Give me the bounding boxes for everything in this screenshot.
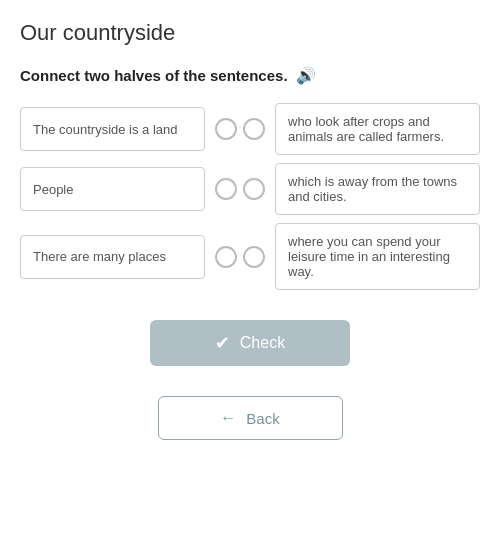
buttons-area: ✔ Check ← Back (20, 320, 480, 440)
match-row-1: The countryside is a land who look after… (20, 103, 480, 155)
check-button[interactable]: ✔ Check (150, 320, 350, 366)
back-button[interactable]: ← Back (158, 396, 343, 440)
left-item-3: There are many places (20, 235, 205, 279)
left-item-2: People (20, 167, 205, 211)
right-radio-1[interactable] (243, 118, 265, 140)
back-arrow-icon: ← (220, 409, 236, 427)
matching-area: The countryside is a land who look after… (20, 103, 480, 290)
right-item-3: where you can spend your leisure time in… (275, 223, 480, 290)
instruction-row: Connect two halves of the sentences. 🔊 (20, 66, 480, 85)
instruction-text: Connect two halves of the sentences. (20, 67, 288, 84)
match-row-3: There are many places where you can spen… (20, 223, 480, 290)
back-button-label: Back (246, 410, 279, 427)
left-item-1: The countryside is a land (20, 107, 205, 151)
right-radio-2[interactable] (243, 178, 265, 200)
right-radio-3[interactable] (243, 246, 265, 268)
right-item-2: which is away from the towns and cities. (275, 163, 480, 215)
right-item-1: who look after crops and animals are cal… (275, 103, 480, 155)
speaker-icon[interactable]: 🔊 (296, 66, 316, 85)
page-title: Our countryside (20, 20, 480, 46)
left-radio-2[interactable] (215, 178, 237, 200)
check-button-label: Check (240, 334, 285, 352)
match-row-2: People which is away from the towns and … (20, 163, 480, 215)
left-radio-3[interactable] (215, 246, 237, 268)
left-radio-1[interactable] (215, 118, 237, 140)
check-icon: ✔ (215, 332, 230, 354)
